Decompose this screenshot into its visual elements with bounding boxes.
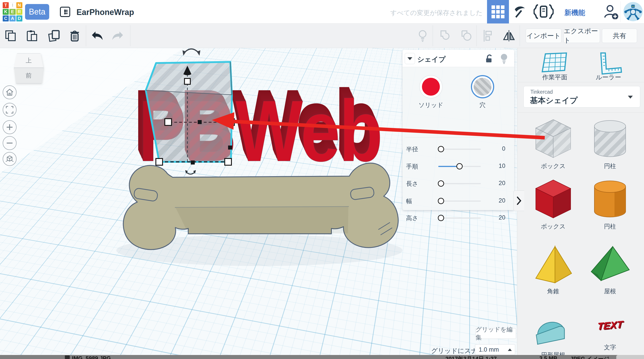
edit-toolbar: インポート エクスポート 共有: [0, 24, 644, 48]
logo-tile: K: [3, 9, 9, 15]
shape-pyramid[interactable]: 角錐: [531, 245, 576, 295]
shape-hole-cylinder[interactable]: 円柱: [588, 117, 632, 170]
text-object-part: Web: [235, 82, 382, 180]
solid-mode-button[interactable]: [419, 75, 442, 98]
slider-knob-steps[interactable]: [456, 163, 463, 170]
export-button[interactable]: エクスポート: [564, 28, 600, 43]
import-button[interactable]: インポート: [526, 28, 562, 43]
workplane-tool[interactable]: [541, 52, 568, 75]
text-object-part-in-hole: PB: [138, 82, 235, 180]
slider-value-width: 20: [489, 197, 505, 204]
hole-mode-label: 穴: [480, 101, 486, 109]
snap-grid-select[interactable]: 1.0 mm: [475, 344, 515, 355]
view-cube[interactable]: 上 前: [14, 54, 44, 84]
codeblocks-icon[interactable]: [534, 4, 554, 20]
minecraft-pickaxe-icon[interactable]: [512, 5, 526, 19]
design-title[interactable]: EarPhoneWrap: [76, 8, 134, 17]
hole-swatch: [474, 78, 492, 96]
ungroup-icon[interactable]: [460, 29, 473, 42]
group-icon[interactable]: [439, 29, 452, 42]
ruler-tool[interactable]: [596, 52, 623, 76]
chevron-right-icon: [516, 196, 522, 205]
slider-value-steps: 10: [489, 162, 505, 170]
design-menu-icon[interactable]: [60, 7, 70, 17]
logo-tile: T: [3, 2, 9, 8]
user-avatar[interactable]: [624, 2, 643, 21]
tinkercad-logo[interactable]: T I N K E R C A D: [3, 2, 22, 22]
duplicate-icon[interactable]: [48, 29, 60, 42]
ruler-label: ルーラー: [596, 73, 621, 82]
new-features-link[interactable]: 新機能: [564, 8, 585, 18]
grid-icon: [492, 5, 504, 18]
logo-tile: D: [16, 16, 22, 22]
lock-open-icon[interactable]: [484, 54, 494, 64]
shapes-sidebar: 作業平面 ルーラー Tinkercad 基本シェイプ ボックス 円柱: [517, 48, 644, 359]
slider-label-length: 長さ: [406, 180, 418, 188]
slider-knob-radius[interactable]: [438, 146, 444, 152]
redo-icon[interactable]: [111, 29, 124, 42]
slider-label-steps: 手順: [406, 162, 418, 170]
logo-tile: R: [16, 9, 22, 15]
background-finder-row: IMG_5989.JPG 2017年3月14日 1:27 3.5 MB JPEG…: [0, 355, 644, 359]
slider-height[interactable]: [438, 218, 481, 218]
shape-red-box[interactable]: ボックス: [531, 178, 576, 230]
logo-tile: E: [10, 9, 16, 15]
slider-length[interactable]: [438, 183, 481, 184]
slider-width[interactable]: [438, 200, 481, 202]
share-button[interactable]: 共有: [602, 28, 637, 43]
dashboard-grid-button[interactable]: [487, 0, 509, 24]
library-group: Tinkercad: [530, 89, 553, 95]
shape-text[interactable]: TEXT 文字: [588, 308, 632, 352]
undo-icon[interactable]: [91, 29, 104, 42]
slider-knob-width[interactable]: [438, 198, 444, 204]
perspective-toggle-button[interactable]: [3, 152, 16, 166]
slider-label-height: 高さ: [406, 214, 418, 222]
shape-round-roof[interactable]: 円形屋根: [531, 308, 576, 359]
text-object-3d[interactable]: PBWeb: [138, 87, 382, 174]
workplane-label: 作業平面: [542, 73, 567, 82]
slider-knob-height[interactable]: [438, 215, 444, 221]
align-icon[interactable]: [482, 29, 495, 42]
delete-icon[interactable]: [68, 29, 81, 42]
panel-title: シェイプ: [417, 55, 446, 64]
shape-hole-box[interactable]: ボックス: [531, 117, 576, 170]
slider-knob-length[interactable]: [438, 180, 444, 187]
view-cube-front-face[interactable]: 前: [14, 68, 44, 84]
beta-badge[interactable]: Beta: [25, 4, 49, 20]
text-shape-glyph: TEXT: [597, 318, 623, 332]
file-name: IMG_5989.JPG: [72, 355, 111, 359]
view-cube-top-face[interactable]: 上: [14, 54, 44, 68]
paste-icon[interactable]: [25, 29, 38, 42]
sidebar-collapse-tab[interactable]: [514, 190, 524, 211]
logo-tile: C: [3, 16, 9, 22]
shape-library-select[interactable]: Tinkercad 基本シェイプ: [524, 86, 640, 108]
library-name: 基本シェイプ: [530, 95, 578, 106]
logo-tile: N: [16, 2, 22, 8]
lightbulb-icon[interactable]: [500, 53, 508, 64]
snap-grid-value: 1.0 mm: [479, 346, 499, 353]
slider-value-radius: 0: [489, 145, 505, 152]
hole-mode-button[interactable]: [471, 75, 494, 98]
panel-collapse-button[interactable]: [405, 53, 415, 64]
slider-value-height: 20: [489, 214, 505, 221]
fit-view-button[interactable]: [3, 103, 16, 117]
shape-orange-cylinder[interactable]: 円柱: [588, 178, 632, 230]
zoom-out-button[interactable]: [3, 136, 16, 150]
home-view-button[interactable]: [3, 86, 16, 99]
zoom-in-button[interactable]: [3, 120, 16, 134]
file-thumbnail-icon: [65, 356, 70, 359]
copy-icon[interactable]: [4, 29, 17, 42]
window-corner: [616, 355, 644, 359]
file-kind: JPEG イメージ: [570, 355, 609, 359]
solid-mode-label: ソリッド: [418, 101, 444, 109]
light-toggle-icon[interactable]: [416, 29, 429, 42]
save-status: すべての変更が保存されました: [390, 8, 482, 18]
app-header: T I N K E R C A D Beta EarPhoneWrap すべての…: [0, 0, 644, 24]
shape-inspector-panel: シェイプ ソリッド 穴 半径 0 手順 10 長さ 20 幅: [402, 50, 514, 210]
chevron-down-icon: [408, 57, 412, 60]
shape-roof[interactable]: 屋根: [588, 245, 632, 295]
edit-grid-button[interactable]: グリッドを編集: [476, 328, 516, 339]
slider-radius[interactable]: [438, 149, 481, 150]
add-user-icon[interactable]: [604, 4, 618, 20]
mirror-icon[interactable]: [502, 29, 516, 42]
